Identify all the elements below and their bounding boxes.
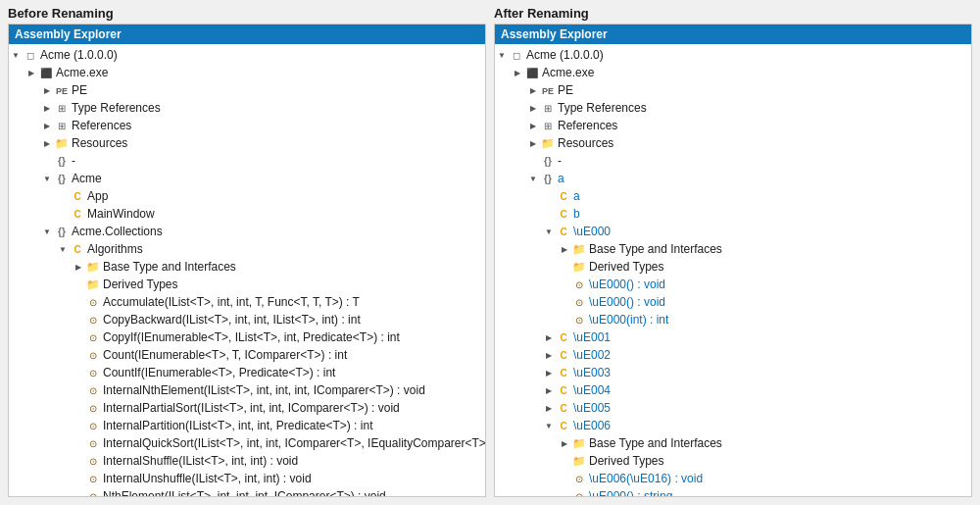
tree-item[interactable]: ⊙InternalPartialSort(IList<T>, int, int,… bbox=[9, 399, 485, 417]
node-icon: ⊞ bbox=[54, 101, 70, 115]
before-label: Before Renaming bbox=[8, 6, 486, 21]
node-icon: ⊙ bbox=[85, 366, 101, 379]
node-label: Acme.Collections bbox=[72, 225, 163, 238]
tree-item[interactable]: ⊙InternalQuickSort(IList<T>, int, int, I… bbox=[9, 434, 485, 452]
after-tree[interactable]: ▼◻Acme (1.0.0.0)▶⬛Acme.exe▶PEPE▶⊞Type Re… bbox=[495, 44, 971, 496]
expander-icon[interactable]: ▶ bbox=[542, 351, 556, 360]
expander-icon[interactable]: ▶ bbox=[511, 69, 524, 77]
expander-icon[interactable]: ▶ bbox=[558, 245, 571, 254]
expander-icon[interactable]: ▼ bbox=[495, 51, 509, 60]
tree-item[interactable]: ⊙\uE006(\uE016) : void bbox=[495, 470, 971, 487]
expander-icon[interactable]: ▼ bbox=[40, 175, 54, 183]
tree-item[interactable]: ▶📁Base Type and Interfaces bbox=[495, 434, 971, 452]
tree-item[interactable]: ▼C\uE000 bbox=[495, 223, 971, 240]
expander-icon[interactable]: ▶ bbox=[542, 404, 556, 413]
tree-item[interactable]: ▼◻Acme (1.0.0.0) bbox=[9, 46, 485, 64]
tree-item[interactable]: ⊙InternalUnshuffle(IList<T>, int, int) :… bbox=[9, 470, 485, 487]
tree-item[interactable]: ▶⬛Acme.exe bbox=[9, 64, 485, 81]
tree-item[interactable]: ▶⊞References bbox=[495, 117, 971, 134]
node-icon: ⊙ bbox=[571, 313, 587, 327]
node-label: Acme bbox=[72, 172, 102, 185]
node-label: - bbox=[72, 154, 75, 168]
node-icon: 📁 bbox=[571, 454, 587, 468]
node-label: InternalUnshuffle(IList<T>, int, int) : … bbox=[103, 472, 312, 485]
tree-item[interactable]: ⊙Count(IEnumerable<T>, T, IComparer<T>) … bbox=[9, 346, 485, 364]
tree-item[interactable]: Ca bbox=[495, 187, 971, 205]
tree-item[interactable]: ⊙\uE000(int) : int bbox=[495, 311, 971, 328]
tree-item[interactable]: ▶C\uE001 bbox=[495, 328, 971, 346]
node-icon: C bbox=[556, 189, 571, 203]
tree-item[interactable]: ⊙CopyIf(IEnumerable<T>, IList<T>, int, P… bbox=[9, 328, 485, 346]
tree-item[interactable]: ▼{}a bbox=[495, 170, 971, 187]
node-icon: ⊙ bbox=[571, 489, 587, 496]
tree-item[interactable]: CMainWindow bbox=[9, 205, 485, 223]
after-panel-header: Assembly Explorer bbox=[495, 25, 971, 44]
tree-item[interactable]: ⊙\uE000() : string bbox=[495, 487, 971, 496]
tree-item[interactable]: ▶📁Resources bbox=[9, 134, 485, 152]
after-label: After Renaming bbox=[486, 6, 972, 21]
tree-item[interactable]: ▶C\uE004 bbox=[495, 381, 971, 399]
tree-item[interactable]: ▶⊞Type References bbox=[495, 99, 971, 117]
tree-item[interactable]: ⊙\uE000() : void bbox=[495, 276, 971, 293]
expander-icon[interactable]: ▶ bbox=[526, 122, 540, 130]
tree-item[interactable]: ▶C\uE003 bbox=[495, 364, 971, 381]
expander-icon[interactable]: ▼ bbox=[542, 422, 556, 430]
tree-item[interactable]: ▶⬛Acme.exe bbox=[495, 64, 971, 81]
tree-item[interactable]: ▶📁Base Type and Interfaces bbox=[9, 258, 485, 276]
expander-icon[interactable]: ▶ bbox=[558, 439, 571, 448]
tree-item[interactable]: 📁Derived Types bbox=[9, 276, 485, 293]
tree-item[interactable]: ⊙NthElement(IList<T>, int, int, int, ICo… bbox=[9, 487, 485, 496]
tree-item[interactable]: 📁Derived Types bbox=[495, 452, 971, 470]
node-label: \uE003 bbox=[573, 366, 611, 379]
tree-item[interactable]: ▶📁Resources bbox=[495, 134, 971, 152]
tree-item[interactable]: ▶C\uE005 bbox=[495, 399, 971, 417]
tree-item[interactable]: Cb bbox=[495, 205, 971, 223]
tree-item[interactable]: CApp bbox=[9, 187, 485, 205]
before-tree[interactable]: ▼◻Acme (1.0.0.0)▶⬛Acme.exe▶PEPE▶⊞Type Re… bbox=[9, 44, 485, 496]
tree-item[interactable]: {}- bbox=[9, 152, 485, 170]
expander-icon[interactable]: ▶ bbox=[526, 104, 540, 113]
expander-icon[interactable]: ▶ bbox=[526, 139, 540, 148]
expander-icon[interactable]: ▼ bbox=[526, 175, 540, 183]
expander-icon[interactable]: ▶ bbox=[40, 86, 54, 95]
tree-item[interactable]: ▶PEPE bbox=[495, 81, 971, 99]
tree-item[interactable]: ▼◻Acme (1.0.0.0) bbox=[495, 46, 971, 64]
tree-item[interactable]: ⊙CountIf(IEnumerable<T>, Predicate<T>) :… bbox=[9, 364, 485, 381]
tree-item[interactable]: ⊙Accumulate(IList<T>, int, int, T, Func<… bbox=[9, 293, 485, 311]
tree-item[interactable]: ⊙InternalPartition(IList<T>, int, int, P… bbox=[9, 417, 485, 434]
tree-item[interactable]: 📁Derived Types bbox=[495, 258, 971, 276]
tree-item[interactable]: ⊙InternalNthElement(IList<T>, int, int, … bbox=[9, 381, 485, 399]
tree-item[interactable]: ▶⊞References bbox=[9, 117, 485, 134]
node-icon: 📁 bbox=[571, 242, 587, 256]
tree-item[interactable]: ▶⊞Type References bbox=[9, 99, 485, 117]
tree-item[interactable]: ▼{}Acme bbox=[9, 170, 485, 187]
expander-icon[interactable]: ▶ bbox=[542, 333, 556, 342]
expander-icon[interactable]: ▶ bbox=[542, 386, 556, 395]
expander-icon[interactable]: ▶ bbox=[542, 369, 556, 378]
node-label: b bbox=[573, 207, 580, 221]
expander-icon[interactable]: ▼ bbox=[9, 51, 23, 60]
tree-item[interactable]: ⊙InternalShuffle(IList<T>, int, int) : v… bbox=[9, 452, 485, 470]
tree-item[interactable]: ▼{}Acme.Collections bbox=[9, 223, 485, 240]
tree-item[interactable]: ▶C\uE002 bbox=[495, 346, 971, 364]
expander-icon[interactable]: ▶ bbox=[40, 139, 54, 148]
expander-icon[interactable]: ▼ bbox=[40, 227, 54, 236]
tree-item[interactable]: ⊙CopyBackward(IList<T>, int, int, IList<… bbox=[9, 311, 485, 328]
expander-icon[interactable]: ▶ bbox=[526, 86, 540, 95]
node-icon: 📁 bbox=[85, 260, 101, 274]
expander-icon[interactable]: ▶ bbox=[72, 263, 85, 272]
expander-icon[interactable]: ▼ bbox=[542, 227, 556, 236]
node-label: PE bbox=[72, 83, 87, 97]
tree-item[interactable]: ▶PEPE bbox=[9, 81, 485, 99]
node-label: CopyIf(IEnumerable<T>, IList<T>, int, Pr… bbox=[103, 330, 400, 344]
expander-icon[interactable]: ▶ bbox=[40, 122, 54, 130]
tree-item[interactable]: ▼CAlgorithms bbox=[9, 240, 485, 258]
node-label: - bbox=[558, 154, 562, 168]
tree-item[interactable]: ▶📁Base Type and Interfaces bbox=[495, 240, 971, 258]
tree-item[interactable]: ▼C\uE006 bbox=[495, 417, 971, 434]
tree-item[interactable]: ⊙\uE000() : void bbox=[495, 293, 971, 311]
expander-icon[interactable]: ▶ bbox=[24, 69, 38, 77]
tree-item[interactable]: {}- bbox=[495, 152, 971, 170]
expander-icon[interactable]: ▼ bbox=[56, 245, 70, 254]
expander-icon[interactable]: ▶ bbox=[40, 104, 54, 113]
